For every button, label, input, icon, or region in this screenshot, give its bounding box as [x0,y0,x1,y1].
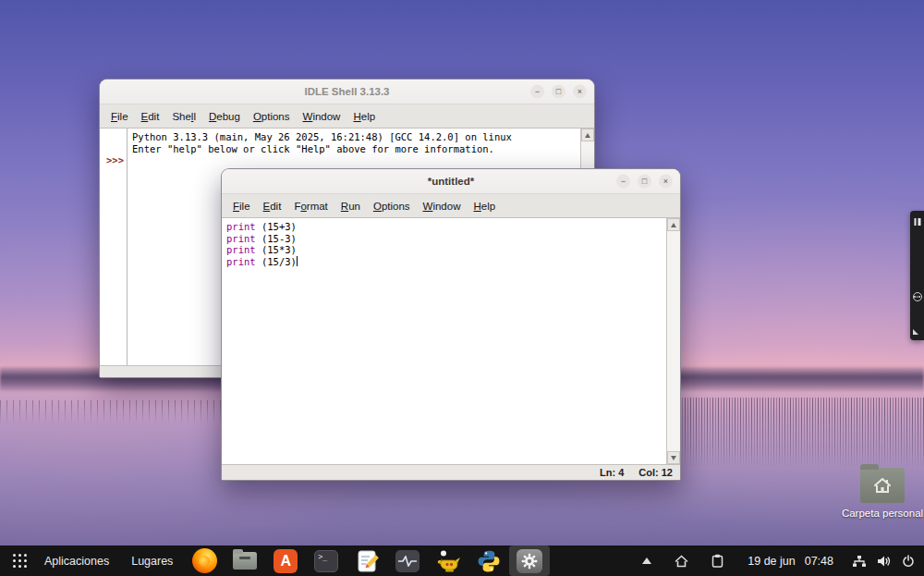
shell-output-line: Python 3.13.3 (main, May 26 2025, 16:21:… [132,131,576,143]
text-editor-launcher[interactable] [346,545,387,576]
app-center-launcher[interactable]: A [265,545,306,576]
editor-menubar: FileEditFormatRunOptionsWindowHelp [222,193,680,218]
terminal-icon: >_ [314,550,338,572]
editor-scrollbar[interactable] [666,218,680,464]
shell-titlebar[interactable]: IDLE Shell 3.13.3 − □ × [100,80,594,104]
side-utility-panel[interactable] [910,211,924,340]
menu-edit[interactable]: Edit [257,199,288,214]
menu-help[interactable]: Help [346,109,382,124]
close-button[interactable]: × [573,85,587,99]
maximize-button[interactable]: □ [638,175,651,189]
scroll-down-button[interactable] [667,451,680,464]
places-menu-button[interactable]: Lugares [120,555,184,568]
scroll-up-button[interactable] [581,129,594,141]
clipboard-tray-icon[interactable] [711,554,723,568]
system-monitor-launcher[interactable] [387,545,428,576]
menu-run[interactable]: Run [334,199,367,214]
text-editor-icon [355,549,379,573]
menu-window[interactable]: Window [417,199,468,214]
menu-format[interactable]: Format [287,199,334,214]
editor-text-area[interactable]: print (15+3)print (15-3)print (15*3)prin… [222,218,666,464]
menu-file[interactable]: File [104,109,135,124]
menu-debug[interactable]: Debug [202,109,247,124]
editor-statusbar: Ln: 4 Col: 12 [222,464,680,480]
network-icon[interactable] [852,555,867,568]
minimize-button[interactable]: − [616,175,630,189]
clock[interactable]: 19 de jun 07:48 [748,555,833,568]
status-column: Col: 12 [638,467,673,478]
app-center-icon: A [274,549,298,573]
wallpaper-reeds [0,400,231,424]
editor-titlebar[interactable]: *untitled* − □ × [222,169,680,193]
menu-options[interactable]: Options [367,199,417,214]
eject-tray-icon[interactable] [642,558,651,564]
scroll-up-button[interactable] [667,218,680,231]
editor-window-title: *untitled* [428,176,474,187]
apps-grid-icon[interactable] [13,554,28,569]
menu-window[interactable]: Window [297,109,347,124]
maximize-button[interactable]: □ [552,85,565,99]
code-line: print (15-3) [226,233,662,245]
more-options-icon[interactable] [913,292,922,301]
terminal-launcher[interactable]: >_ [306,545,346,576]
file-manager-icon [233,552,257,570]
file-manager-launcher[interactable] [225,545,265,576]
menu-help[interactable]: Help [467,199,502,214]
close-button[interactable]: × [659,175,673,189]
status-line: Ln: 4 [600,467,624,478]
menu-file[interactable]: File [226,199,257,214]
house-icon [872,476,893,495]
home-folder-label: Carpeta personal [836,508,924,519]
python-launcher[interactable] [468,545,509,576]
code-line: print (15*3) [226,244,662,256]
menu-edit[interactable]: Edit [135,109,166,124]
menu-options[interactable]: Options [247,109,297,124]
text-cursor [297,256,298,266]
firefox-launcher[interactable] [184,545,225,576]
settings-launcher[interactable] [509,545,550,576]
system-monitor-icon [395,550,419,572]
applications-menu-button[interactable]: Aplicaciones [33,555,120,568]
gear-icon [517,549,542,573]
volume-icon[interactable] [877,555,892,568]
shell-menubar: FileEditShellDebugOptionsWindowHelp [100,104,594,129]
minimize-button[interactable]: − [530,85,544,99]
code-line: print (15+3) [226,221,662,233]
idle-editor-window: *untitled* − □ × FileEditFormatRunOption… [221,168,681,481]
pause-icon[interactable] [914,218,920,226]
desktop: Carpeta personal IDLE Shell 3.13.3 − □ ×… [0,0,924,576]
home-folder-desktop-icon[interactable]: Carpeta personal [836,468,924,519]
folder-icon [860,468,905,503]
code-line: print (15/3) [226,256,662,268]
firefox-icon [192,548,217,573]
genie-lamp-launcher[interactable] [428,545,468,576]
shell-prompt: >>> [106,154,124,165]
clock-time: 07:48 [805,555,833,568]
menu-shell[interactable]: Shell [165,109,202,124]
power-icon[interactable] [902,555,915,568]
home-tray-icon[interactable] [675,555,688,568]
clock-date: 19 de jun [748,555,795,568]
shell-output-line: Enter "help" below or click "Help" above… [132,143,576,155]
shell-window-title: IDLE Shell 3.13.3 [304,86,389,97]
resize-corner-icon[interactable] [913,329,918,335]
genie-lamp-icon [435,549,461,573]
shell-prompt-gutter: >>> [100,129,128,365]
python-icon [477,549,501,573]
taskbar: Aplicaciones Lugares A >_ [0,545,924,576]
